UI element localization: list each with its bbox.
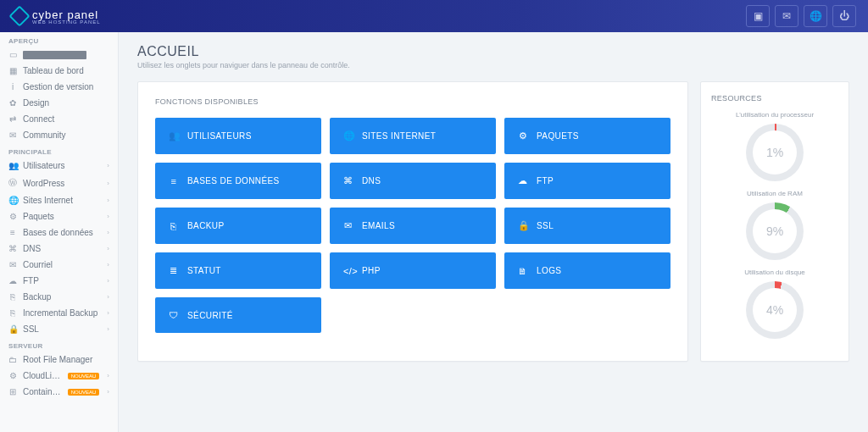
chevron-right-icon: › xyxy=(107,325,109,333)
sidebar-item-connect-icon: ⇄ xyxy=(8,114,17,124)
sidebar-item-container[interactable]: ⊞ContainerizationNOUVEAU› xyxy=(0,384,118,400)
sidebar-item-db[interactable]: ≡Bases de données› xyxy=(0,224,118,241)
tile-label: PAQUETS xyxy=(537,131,579,141)
tile-label: EMAILS xyxy=(362,221,395,230)
sidebar-item-label: DNS xyxy=(23,244,101,253)
chevron-right-icon: › xyxy=(107,372,109,379)
tile-sites-icon: 🌐 xyxy=(343,130,353,141)
youtube-icon[interactable]: ▣ xyxy=(746,5,770,27)
power-icon[interactable]: ⏻ xyxy=(832,5,856,27)
sidebar-item-ssl-icon: 🔒 xyxy=(8,324,17,334)
tile-label: BACKUP xyxy=(187,221,225,230)
sidebar-item-backup[interactable]: ⎘Backup› xyxy=(0,289,118,305)
new-badge: NOUVEAU xyxy=(68,389,100,396)
functions-heading: FONCTIONS DISPONIBLES xyxy=(155,97,670,106)
sidebar-item-label: Backup xyxy=(23,292,101,302)
brand-logo-icon xyxy=(8,5,30,26)
tile-utilisateurs[interactable]: 👥UTILISATEURS xyxy=(155,118,321,154)
sidebar-item-version[interactable]: iGestion de version xyxy=(0,79,118,95)
topbar: cyber panel WEB HOSTING PANEL ▣ ✉ 🌐 ⏻ xyxy=(0,0,868,32)
chevron-right-icon: › xyxy=(107,277,109,285)
sidebar-item-connect[interactable]: ⇄Connect xyxy=(0,111,118,127)
sidebar-item-dns-icon: ⌘ xyxy=(8,244,17,253)
tile-php[interactable]: </>PHP xyxy=(330,252,496,289)
sidebar-item-courriel[interactable]: ✉Courriel› xyxy=(0,257,118,273)
sidebar-item-root-file-icon: 🗀 xyxy=(8,355,17,364)
tile-dns-icon: ⌘ xyxy=(343,175,353,186)
sidebar-item-label: Tableau de bord xyxy=(23,66,109,75)
sidebar: APERÇU▭▦Tableau de bordiGestion de versi… xyxy=(0,32,119,432)
sidebar-item-label: Sites Internet xyxy=(23,196,101,205)
tile-label: PHP xyxy=(362,266,381,275)
gauge-value: 9% xyxy=(746,202,804,260)
sidebar-item-incremental[interactable]: ⎘Incremental Backup› xyxy=(0,305,118,321)
globe-icon[interactable]: 🌐 xyxy=(804,5,827,27)
tile-logs[interactable]: 🗎LOGS xyxy=(504,252,670,289)
sidebar-item-sites-icon: 🌐 xyxy=(8,196,17,205)
sidebar-item-tableau[interactable]: ▦Tableau de bord xyxy=(0,63,118,79)
gauge-block: L'utilisation du processeur1% xyxy=(711,111,838,181)
sidebar-item-cloudlinux-icon: ⚙ xyxy=(8,371,17,380)
tile-utilisateurs-icon: 👥 xyxy=(169,130,179,141)
tile-backup-icon: ⎘ xyxy=(169,221,179,231)
gauge-label: Utilisation de RAM xyxy=(711,190,838,197)
tile-securite[interactable]: 🛡SÉCURITÉ xyxy=(155,297,321,333)
functions-card: FONCTIONS DISPONIBLES 👥UTILISATEURS🌐SITE… xyxy=(137,81,688,362)
sidebar-item-cloudlinux[interactable]: ⚙CloudLinuxNOUVEAU› xyxy=(0,368,118,384)
sidebar-item-ftp[interactable]: ☁FTP› xyxy=(0,273,118,289)
tile-label: UTILISATEURS xyxy=(187,131,252,141)
sidebar-item-label: Root File Manager xyxy=(23,355,109,364)
sidebar-item-container-icon: ⊞ xyxy=(8,387,17,396)
tile-emails[interactable]: ✉EMAILS xyxy=(330,208,496,244)
sidebar-item-db-icon: ≡ xyxy=(8,228,17,237)
sidebar-item-tableau-icon: ▦ xyxy=(8,66,17,75)
chat-icon[interactable]: ✉ xyxy=(775,5,798,27)
sidebar-item-dashboard-masked[interactable]: ▭ xyxy=(0,47,118,63)
sidebar-section-title: PRINCIPALE xyxy=(0,143,118,158)
sidebar-item-community[interactable]: ✉Community xyxy=(0,127,118,143)
sidebar-item-label: CloudLinux xyxy=(23,371,62,380)
gauge-value: 1% xyxy=(746,124,804,181)
sidebar-item-root-file[interactable]: 🗀Root File Manager xyxy=(0,352,118,368)
gauge-block: Utilisation du disque4% xyxy=(711,269,838,339)
sidebar-item-label: Utilisateurs xyxy=(23,161,101,170)
gauge-label: L'utilisation du processeur xyxy=(711,111,838,119)
tile-db[interactable]: ≡BASES DE DONNÉES xyxy=(155,163,321,199)
sidebar-item-utilisateurs[interactable]: 👥Utilisateurs› xyxy=(0,158,118,174)
sidebar-item-label: Incremental Backup xyxy=(23,308,101,318)
main-content: ACCUEIL Utilisez les onglets pour navigu… xyxy=(119,32,868,432)
tile-statut[interactable]: ≣STATUT xyxy=(155,252,321,289)
tiles-grid: 👥UTILISATEURS🌐SITES INTERNET⚙PAQUETS≡BAS… xyxy=(155,118,670,333)
tile-label: FTP xyxy=(537,176,554,186)
sidebar-section-title: SERVEUR xyxy=(0,337,118,352)
sidebar-item-paquets[interactable]: ⚙Paquets› xyxy=(0,208,118,224)
sidebar-item-design[interactable]: ✿Design xyxy=(0,95,118,111)
sidebar-item-wordpress[interactable]: ⓌWordPress› xyxy=(0,174,118,192)
tile-backup[interactable]: ⎘BACKUP xyxy=(155,208,321,244)
sidebar-item-courriel-icon: ✉ xyxy=(8,260,17,269)
sidebar-item-sites[interactable]: 🌐Sites Internet› xyxy=(0,192,118,208)
brand-subtitle: WEB HOSTING PANEL xyxy=(32,19,101,25)
sidebar-item-label: Containerization xyxy=(23,387,62,396)
sidebar-item-label: SSL xyxy=(23,324,101,334)
tile-ssl-icon: 🔒 xyxy=(518,220,528,231)
sidebar-item-ftp-icon: ☁ xyxy=(8,276,17,285)
tile-ftp[interactable]: ☁FTP xyxy=(504,163,670,199)
tile-sites[interactable]: 🌐SITES INTERNET xyxy=(330,118,496,154)
tile-dns[interactable]: ⌘DNS xyxy=(330,163,496,199)
sidebar-item-label xyxy=(23,50,109,59)
tile-ssl[interactable]: 🔒SSL xyxy=(504,208,670,244)
chevron-right-icon: › xyxy=(107,180,109,187)
sidebar-item-paquets-icon: ⚙ xyxy=(8,212,17,221)
sidebar-item-community-icon: ✉ xyxy=(8,130,17,140)
tile-label: SSL xyxy=(537,221,554,230)
new-badge: NOUVEAU xyxy=(68,373,100,379)
chevron-right-icon: › xyxy=(107,309,109,317)
tile-paquets-icon: ⚙ xyxy=(518,130,528,141)
sidebar-item-dns[interactable]: ⌘DNS› xyxy=(0,241,118,257)
sidebar-item-ssl[interactable]: 🔒SSL› xyxy=(0,321,118,337)
masked-text xyxy=(23,51,86,59)
tile-paquets[interactable]: ⚙PAQUETS xyxy=(504,118,670,154)
sidebar-item-design-icon: ✿ xyxy=(8,98,17,108)
sidebar-item-label: Community xyxy=(23,130,109,140)
